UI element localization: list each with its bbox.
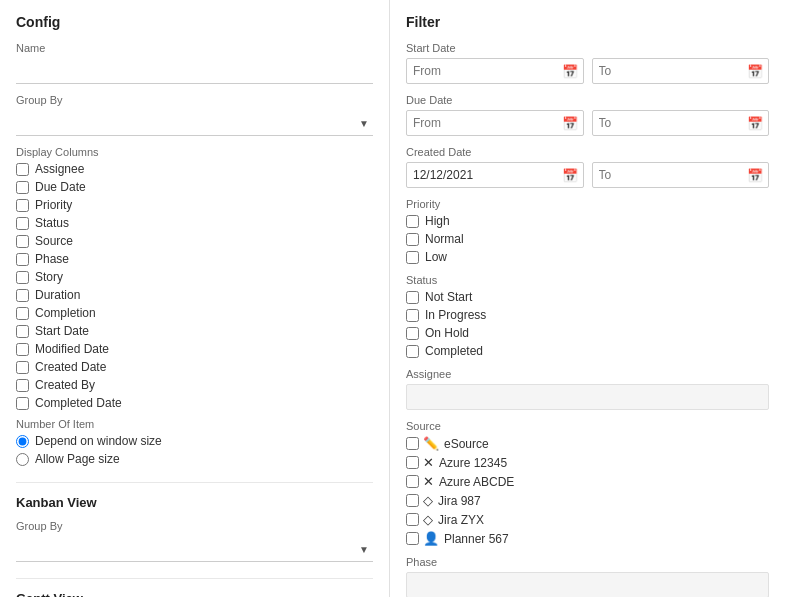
number-option-label: Depend on window size (35, 434, 162, 448)
created-date-row: 📅 📅 (406, 162, 769, 188)
config-title: Config (16, 14, 373, 30)
due-date-to-input[interactable] (592, 110, 770, 136)
column-checkbox[interactable] (16, 289, 29, 302)
status-group: Not StartIn ProgressOn HoldCompleted (406, 290, 769, 358)
created-date-to-input[interactable] (592, 162, 770, 188)
start-date-from-field: 📅 (406, 58, 584, 84)
due-date-to-field: 📅 (592, 110, 770, 136)
priority-checkbox[interactable] (406, 215, 419, 228)
source-item: ◇Jira 987 (406, 493, 769, 508)
number-option-label: Allow Page size (35, 452, 120, 466)
status-checkbox[interactable] (406, 309, 419, 322)
column-item: Priority (16, 198, 373, 212)
column-checkbox[interactable] (16, 235, 29, 248)
start-date-row: 📅 📅 (406, 58, 769, 84)
column-label: Source (35, 234, 73, 248)
column-checkbox[interactable] (16, 271, 29, 284)
start-date-to-input[interactable] (592, 58, 770, 84)
column-label: Completion (35, 306, 96, 320)
column-item: Modified Date (16, 342, 373, 356)
priority-group: HighNormalLow (406, 214, 769, 264)
kanban-group-by-wrapper: ▼ (16, 536, 373, 562)
column-label: Created By (35, 378, 95, 392)
due-date-row: 📅 📅 (406, 110, 769, 136)
created-date-from-field: 📅 (406, 162, 584, 188)
priority-section: Priority HighNormalLow (406, 198, 769, 264)
source-label: Jira 987 (438, 494, 481, 508)
kanban-group-by-label: Group By (16, 520, 373, 532)
assignee-input[interactable] (406, 384, 769, 410)
column-label: Story (35, 270, 63, 284)
priority-checkbox[interactable] (406, 233, 419, 246)
source-checkbox[interactable] (406, 456, 419, 469)
column-checkbox[interactable] (16, 343, 29, 356)
source-icon: ✕ (423, 474, 434, 489)
status-label: Status (406, 274, 769, 286)
priority-label: Priority (406, 198, 769, 210)
source-checkbox[interactable] (406, 494, 419, 507)
priority-checkbox[interactable] (406, 251, 419, 264)
kanban-title: Kanban View (16, 482, 373, 510)
due-date-from-input[interactable] (406, 110, 584, 136)
column-item: Created Date (16, 360, 373, 374)
column-label: Modified Date (35, 342, 109, 356)
status-checkbox[interactable] (406, 291, 419, 304)
column-checkbox[interactable] (16, 307, 29, 320)
source-icon: ✕ (423, 455, 434, 470)
priority-label-item: Normal (425, 232, 464, 246)
column-checkbox[interactable] (16, 181, 29, 194)
status-section: Status Not StartIn ProgressOn HoldComple… (406, 274, 769, 358)
number-option-radio[interactable] (16, 453, 29, 466)
name-input[interactable] (16, 58, 373, 84)
column-label: Due Date (35, 180, 86, 194)
source-item: ✕Azure ABCDE (406, 474, 769, 489)
column-checkbox[interactable] (16, 379, 29, 392)
number-of-item-label: Number Of Item (16, 418, 373, 430)
column-checkbox[interactable] (16, 163, 29, 176)
column-checkbox[interactable] (16, 325, 29, 338)
column-item: Due Date (16, 180, 373, 194)
group-by-select[interactable] (16, 110, 373, 136)
display-columns-label: Display Columns (16, 146, 373, 158)
column-item: Completion (16, 306, 373, 320)
number-option-radio[interactable] (16, 435, 29, 448)
number-of-item-section: Number Of Item Depend on window sizeAllo… (16, 418, 373, 466)
source-checkbox[interactable] (406, 475, 419, 488)
source-label: Planner 567 (444, 532, 509, 546)
filter-title: Filter (406, 14, 769, 30)
source-checkbox[interactable] (406, 513, 419, 526)
column-checkbox[interactable] (16, 217, 29, 230)
column-checkbox[interactable] (16, 361, 29, 374)
created-date-from-input[interactable] (406, 162, 584, 188)
start-date-to-field: 📅 (592, 58, 770, 84)
start-date-from-input[interactable] (406, 58, 584, 84)
status-label-item: In Progress (425, 308, 486, 322)
due-date-label: Due Date (406, 94, 769, 106)
filter-panel: Filter Start Date 📅 📅 Due Date (390, 0, 785, 597)
due-date-section: Due Date 📅 📅 (406, 94, 769, 136)
column-checkbox[interactable] (16, 199, 29, 212)
column-label: Created Date (35, 360, 106, 374)
kanban-group-by-select[interactable] (16, 536, 373, 562)
source-checkbox[interactable] (406, 532, 419, 545)
column-label: Completed Date (35, 396, 122, 410)
priority-item: Normal (406, 232, 769, 246)
source-group: ✏️eSource✕Azure 12345✕Azure ABCDE◇Jira 9… (406, 436, 769, 546)
status-checkbox[interactable] (406, 327, 419, 340)
source-item: 👤Planner 567 (406, 531, 769, 546)
column-label: Phase (35, 252, 69, 266)
priority-item: High (406, 214, 769, 228)
phase-input[interactable] (406, 572, 769, 597)
column-label: Duration (35, 288, 80, 302)
group-by-label: Group By (16, 94, 373, 106)
column-checkbox[interactable] (16, 253, 29, 266)
number-option-item: Allow Page size (16, 452, 373, 466)
created-date-label: Created Date (406, 146, 769, 158)
column-item: Completed Date (16, 396, 373, 410)
status-checkbox[interactable] (406, 345, 419, 358)
column-item: Created By (16, 378, 373, 392)
column-checkbox[interactable] (16, 397, 29, 410)
phase-section: Phase (406, 556, 769, 597)
source-checkbox[interactable] (406, 437, 419, 450)
status-label-item: Completed (425, 344, 483, 358)
